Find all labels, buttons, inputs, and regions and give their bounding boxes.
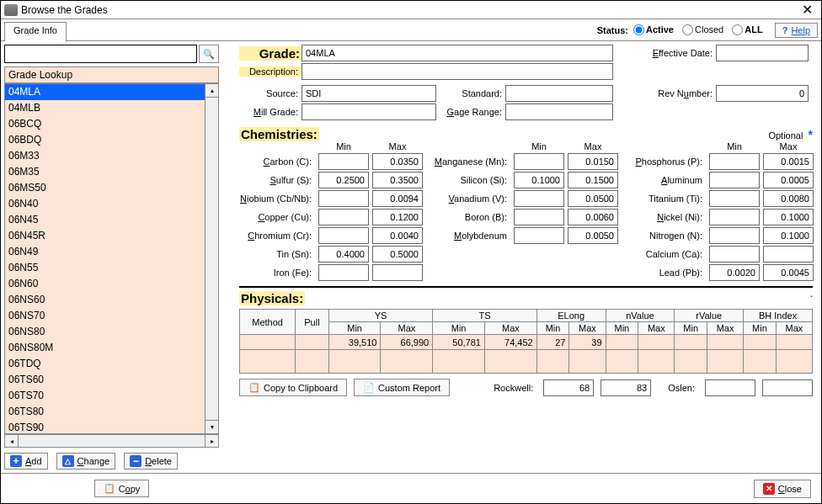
- chem-min[interactable]: [318, 227, 369, 244]
- chem-max[interactable]: [763, 153, 814, 170]
- chem-min[interactable]: [709, 190, 760, 207]
- col-sub[interactable]: Min: [328, 322, 381, 335]
- chem-max[interactable]: [568, 172, 618, 188]
- description-field[interactable]: [302, 63, 613, 80]
- chem-max[interactable]: [763, 209, 814, 225]
- chem-max[interactable]: [568, 190, 618, 207]
- chem-min[interactable]: [709, 246, 760, 263]
- col-sub[interactable]: Max: [707, 322, 744, 335]
- list-item[interactable]: 06NS70: [5, 308, 205, 324]
- chem-max[interactable]: [372, 190, 423, 207]
- list-item[interactable]: 06N45R: [5, 228, 205, 244]
- list-item[interactable]: 06NS80M: [5, 340, 205, 356]
- chem-min[interactable]: [709, 264, 760, 281]
- search-button[interactable]: 🔍: [199, 45, 219, 63]
- chem-min[interactable]: [318, 190, 369, 207]
- scroll-down-button[interactable]: ▾: [206, 420, 218, 433]
- chem-max[interactable]: [372, 153, 423, 170]
- list-item[interactable]: 06TS70: [5, 388, 205, 404]
- list-item[interactable]: 06M33: [5, 148, 205, 164]
- list-item[interactable]: 06MS50: [5, 180, 205, 196]
- chem-max[interactable]: [763, 264, 814, 281]
- close-button[interactable]: ✕ Close: [754, 480, 811, 498]
- col-sub[interactable]: Max: [381, 322, 433, 335]
- chem-min[interactable]: [318, 153, 369, 170]
- list-item[interactable]: 06N49: [5, 244, 205, 260]
- chem-min[interactable]: [709, 209, 760, 225]
- chem-max[interactable]: [372, 172, 423, 188]
- chem-min[interactable]: [709, 172, 760, 188]
- col-sub[interactable]: Min: [675, 322, 707, 335]
- col-bhindex[interactable]: BH Index: [744, 310, 813, 322]
- chem-min[interactable]: [514, 227, 564, 244]
- oslen-min[interactable]: [705, 379, 755, 396]
- add-button[interactable]: + Add: [4, 453, 48, 470]
- radio-active[interactable]: Active: [633, 24, 674, 36]
- list-item[interactable]: 06N40: [5, 196, 205, 212]
- col-sub[interactable]: Max: [776, 322, 812, 335]
- list-item[interactable]: 06TDQ: [5, 356, 205, 372]
- list-item[interactable]: 06N60: [5, 276, 205, 292]
- chem-max[interactable]: [763, 172, 814, 188]
- col-sub[interactable]: Max: [638, 322, 675, 335]
- chem-min[interactable]: [318, 264, 369, 281]
- chem-min[interactable]: [318, 172, 369, 188]
- search-input[interactable]: [4, 45, 197, 63]
- chem-min[interactable]: [709, 227, 760, 244]
- window-close-button[interactable]: ✕: [797, 2, 818, 19]
- col-sub[interactable]: Max: [569, 322, 606, 335]
- col-sub[interactable]: Min: [606, 322, 638, 335]
- col-pull[interactable]: Pull: [296, 310, 329, 335]
- table-row[interactable]: 39,51066,99050,78174,4522739: [240, 335, 813, 350]
- col-ys[interactable]: YS: [328, 310, 433, 322]
- radio-all[interactable]: ALL: [732, 24, 762, 36]
- chem-max[interactable]: [763, 246, 814, 263]
- chem-max[interactable]: [568, 227, 618, 244]
- col-nvalue[interactable]: nValue: [606, 310, 675, 322]
- chem-max[interactable]: [372, 264, 423, 281]
- list-item[interactable]: 06BCQ: [5, 116, 205, 132]
- chem-min[interactable]: [514, 209, 564, 225]
- chem-max[interactable]: [372, 209, 423, 225]
- grade-field[interactable]: [302, 45, 613, 61]
- effective-date-field[interactable]: [716, 45, 809, 61]
- list-item[interactable]: 04MLB: [5, 100, 205, 116]
- list-item[interactable]: 06NS60: [5, 292, 205, 308]
- list-item[interactable]: 06N45: [5, 212, 205, 228]
- chem-max[interactable]: [568, 209, 618, 225]
- oslen-max[interactable]: [762, 379, 813, 396]
- col-sub[interactable]: Min: [536, 322, 569, 335]
- chem-max[interactable]: [568, 153, 618, 170]
- rev-number-field[interactable]: [716, 85, 809, 102]
- vertical-scrollbar[interactable]: ▴ ▾: [205, 84, 218, 433]
- rockwell-min[interactable]: [543, 379, 594, 396]
- chem-max[interactable]: [372, 227, 423, 244]
- help-button[interactable]: ? Help: [775, 23, 818, 38]
- chem-max[interactable]: [763, 190, 814, 207]
- chem-min[interactable]: [514, 153, 564, 170]
- grade-list[interactable]: 04MLA04MLB06BCQ06BDQ06M3306M3506MS5006N4…: [4, 83, 219, 434]
- list-item[interactable]: 06M35: [5, 164, 205, 180]
- radio-closed[interactable]: Closed: [682, 24, 723, 36]
- chem-min[interactable]: [514, 190, 564, 207]
- col-rvalue[interactable]: rValue: [675, 310, 744, 322]
- horizontal-scrollbar[interactable]: ◂ ▸: [4, 434, 219, 448]
- source-field[interactable]: [302, 85, 436, 102]
- chem-max[interactable]: [763, 227, 814, 244]
- gage-range-field[interactable]: [505, 103, 613, 120]
- col-sub[interactable]: Min: [744, 322, 777, 335]
- chem-min[interactable]: [709, 153, 760, 170]
- copy-button[interactable]: 📋 Copy: [94, 480, 150, 497]
- list-item[interactable]: 06TS80: [5, 404, 205, 420]
- list-item[interactable]: 06NS80: [5, 324, 205, 340]
- change-button[interactable]: △ Change: [56, 453, 116, 470]
- chem-min[interactable]: [318, 246, 369, 263]
- col-method[interactable]: Method: [240, 310, 296, 335]
- tab-grade-info[interactable]: Grade Info: [4, 22, 67, 42]
- chem-max[interactable]: [372, 246, 423, 263]
- delete-button[interactable]: − Delete: [124, 453, 178, 470]
- mill-grade-field[interactable]: [302, 103, 436, 120]
- list-item[interactable]: 06BDQ: [5, 132, 205, 148]
- col-ts[interactable]: TS: [433, 310, 537, 322]
- list-item[interactable]: 04MLA: [5, 84, 205, 100]
